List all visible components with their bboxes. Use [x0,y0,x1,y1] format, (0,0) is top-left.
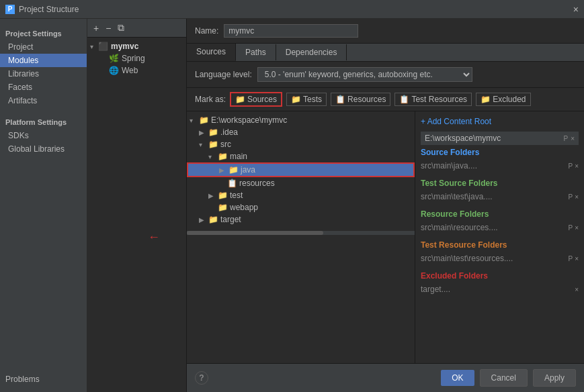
source-folders-section: Source Folders src\main\java.... P × [421,148,579,172]
java-label: java [241,165,255,175]
file-node-target[interactable]: ▶ 📁 target [187,213,415,226]
title-bar-left: P Project Structure [5,5,79,14]
tree-node-mymvc[interactable]: ▾ ⬛ mymvc [87,40,186,52]
lang-level-select[interactable]: 5.0 - 'enum' keyword, generics, autoboxi… [257,67,472,82]
sidebar-item-facets-label: Facets [8,83,32,92]
mark-test-resources-button[interactable]: 📋 Test Resources [394,93,472,106]
tab-dependencies-label: Dependencies [286,48,337,57]
test-source-path-text: src\main\test\java.... [421,192,493,201]
sidebar-item-global-libraries[interactable]: Global Libraries [0,142,87,156]
mark-excluded-button[interactable]: 📁 Excluded [476,93,530,106]
expand-target: ▶ [199,216,208,224]
tree-label-mymvc: mymvc [111,42,138,51]
excluded-folders-title: Excluded Folders [421,271,579,281]
file-tree: ▾ 📁 E:\workspace\mymvc ▶ 📁 .idea ▾ 📁 src [187,111,415,363]
resources-icon: 📋 [335,95,345,104]
expand-idea: ▶ [199,129,208,136]
resource-path-edit[interactable]: P [568,224,573,232]
test-source-path-actions: P × [568,193,579,201]
source-path-text: src\main\java.... [421,161,477,170]
sidebar-item-artifacts[interactable]: Artifacts [0,94,87,107]
tab-paths[interactable]: Paths [236,44,276,60]
tree-copy-button[interactable]: ⧉ [116,21,126,34]
sidebar-item-sdks-label: SDKs [8,131,29,140]
expand-workspace: ▾ [190,117,199,124]
file-node-main[interactable]: ▾ 📁 main [187,150,415,162]
test-label: test [230,191,243,200]
tab-dependencies[interactable]: Dependencies [276,44,347,60]
resource-folders-section: Resource Folders src\main\resources.... … [421,209,579,234]
sidebar-item-project-label: Project [8,42,33,52]
sidebar-item-project[interactable]: Project [0,40,87,54]
sidebar-item-problems[interactable]: Problems [0,372,87,387]
tree-node-spring[interactable]: 🌿 Spring [87,52,186,64]
test-resource-path-text: src\main\test\resources.... [421,254,513,263]
sidebar-item-modules[interactable]: Modules [0,54,87,67]
target-label: target [220,215,241,224]
file-node-idea[interactable]: ▶ 📁 .idea [187,126,415,138]
test-resource-path-delete[interactable]: × [575,255,579,262]
mark-test-resources-label: Test Resources [411,95,467,104]
source-path-delete[interactable]: × [575,162,579,170]
title-text: Project Structure [19,5,79,14]
tabs-row: Sources Paths Dependencies [187,44,584,62]
tab-sources-label: Sources [196,47,226,56]
source-path-edit[interactable]: P [568,162,573,170]
name-input[interactable] [224,24,358,38]
excluded-folder-path: target.... × [421,283,579,295]
tab-sources[interactable]: Sources [187,44,236,61]
platform-settings-label: Platform Settings [0,115,87,129]
tree-add-button[interactable]: + [91,22,101,34]
resource-folders-title: Resource Folders [421,209,579,219]
file-node-resources[interactable]: 📋 resources [187,177,415,189]
excluded-path-actions: × [575,286,579,293]
apply-button[interactable]: Apply [533,369,576,387]
sidebar-item-facets[interactable]: Facets [0,81,87,94]
title-bar: P Project Structure × [0,0,584,19]
tests-folder-icon: 📁 [291,95,301,104]
test-source-folder-path: src\main\test\java.... P × [421,191,579,203]
close-button[interactable]: × [573,5,579,14]
path-delete-button[interactable]: × [571,135,575,142]
mark-resources-button[interactable]: 📋 Resources [331,93,390,106]
test-source-path-delete[interactable]: × [575,193,579,201]
file-node-webapp[interactable]: 📁 webapp [187,201,415,213]
horizontal-scrollbar[interactable] [187,231,415,235]
mark-sources-button[interactable]: 📁 Sources [230,92,282,107]
excluded-path-delete[interactable]: × [575,286,579,293]
cancel-button[interactable]: Cancel [480,369,528,387]
path-edit-button[interactable]: P [563,135,568,142]
lang-level-label: Language level: [195,70,252,79]
add-content-root-button[interactable]: + Add Content Root [421,117,579,126]
help-button[interactable]: ? [195,371,208,385]
file-node-workspace[interactable]: ▾ 📁 E:\workspace\mymvc [187,114,415,126]
sidebar: Project Settings Project Modules Librari… [0,19,87,392]
test-source-folders-title: Test Source Folders [421,179,579,188]
file-node-src[interactable]: ▾ 📁 src [187,138,415,150]
file-node-java[interactable]: ▶ 📁 java [187,162,415,177]
test-source-path-edit[interactable]: P [568,193,573,201]
expand-icon: ▾ [90,43,98,50]
test-resource-path-edit[interactable]: P [568,255,573,262]
sidebar-item-modules-label: Modules [8,56,38,65]
src-label: src [220,140,231,149]
scrollbar-thumb[interactable] [187,231,323,235]
main-container: Project Settings Project Modules Librari… [0,19,584,392]
sidebar-item-sdks[interactable]: SDKs [0,129,87,142]
mark-tests-button[interactable]: 📁 Tests [286,93,327,106]
sources-folder-icon: 📁 [235,95,245,104]
file-node-test[interactable]: ▶ 📁 test [187,189,415,201]
resource-path-delete[interactable]: × [575,224,579,232]
module-icon: ⬛ [98,42,108,51]
name-row: Name: [187,19,584,44]
sidebar-item-libraries[interactable]: Libraries [0,67,87,81]
ok-button[interactable]: OK [441,370,474,386]
bottom-left: ? [195,371,435,385]
tree-node-web[interactable]: 🌐 Web [87,64,186,77]
sidebar-item-libraries-label: Libraries [8,69,39,79]
tree-remove-button[interactable]: − [103,22,113,34]
project-settings-label: Project Settings [0,27,87,40]
main-folder-icon: 📁 [218,152,228,161]
split-content: ▾ 📁 E:\workspace\mymvc ▶ 📁 .idea ▾ 📁 src [187,111,584,363]
test-resource-folders-section: Test Resource Folders src\main\test\reso… [421,240,579,264]
